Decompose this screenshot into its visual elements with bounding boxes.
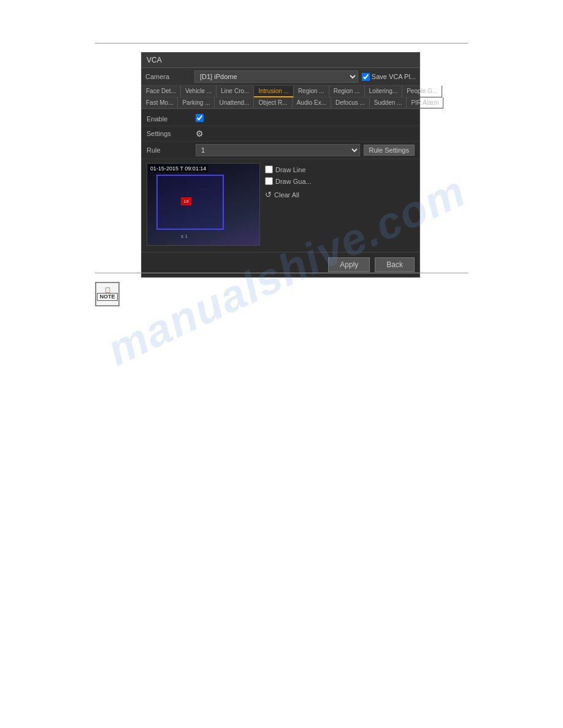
- note-icon-top: 📋: [104, 287, 111, 293]
- camera-row: Camera [D1] iPdome Save VCA Pl...: [142, 68, 419, 86]
- apply-button[interactable]: Apply: [328, 257, 370, 272]
- draw-line-checkbox[interactable]: [265, 165, 273, 173]
- video-sublabel: ≤ 1: [181, 233, 188, 239]
- tab-fast-mo[interactable]: Fast Mo...: [142, 97, 178, 108]
- dialog-title: VCA: [147, 56, 162, 64]
- camera-select[interactable]: [D1] iPdome: [194, 70, 358, 83]
- bottom-divider: [95, 273, 468, 273]
- enable-value: [196, 114, 415, 123]
- draw-line-option[interactable]: Draw Line: [265, 165, 312, 173]
- settings-gear-icon[interactable]: ⚙: [196, 129, 204, 138]
- clear-all-label: Clear All: [274, 191, 299, 199]
- save-vca-label[interactable]: Save VCA Pl...: [362, 73, 416, 81]
- tab-sudden[interactable]: Sudden ...: [370, 97, 407, 108]
- video-timestamp: 01-15-2015 T 09:01:14: [148, 165, 208, 172]
- tab-object-r[interactable]: Object R...: [254, 97, 292, 108]
- enable-checkbox[interactable]: [196, 114, 204, 122]
- clear-all-button[interactable]: ↺ Clear All: [265, 189, 312, 200]
- note-icon-label: NOTE: [97, 293, 117, 301]
- tab-unattend[interactable]: Unattend...: [215, 97, 254, 108]
- rule-row: Rule 1 Rule Settings: [142, 142, 419, 159]
- note-area: 📋 NOTE: [95, 282, 120, 306]
- draw-gua-option[interactable]: Draw Gua...: [265, 177, 312, 185]
- tab-defocus[interactable]: Defocus ...: [331, 97, 370, 108]
- tab-vehicle[interactable]: Vehicle ...: [181, 86, 216, 97]
- settings-row: Settings ⚙: [142, 126, 419, 142]
- enable-label: Enable: [147, 115, 196, 123]
- top-divider: [95, 43, 468, 44]
- tab-row-1: Face Det... Vehicle ... Line Cro... Intr…: [142, 86, 419, 97]
- draw-line-label: Draw Line: [275, 166, 306, 173]
- vca-dialog: VCA Camera [D1] iPdome Save VCA Pl... Fa…: [141, 52, 420, 278]
- tab-region-2[interactable]: Region ...: [329, 86, 365, 97]
- tab-people-g[interactable]: People G...: [402, 86, 442, 97]
- tab-line-cro[interactable]: Line Cro...: [216, 86, 254, 97]
- dialog-title-bar: VCA: [142, 53, 419, 68]
- settings-value: ⚙: [196, 129, 415, 138]
- settings-area: Enable Settings ⚙ Rule 1 Rule Settings: [142, 109, 419, 252]
- tab-pir-alarm[interactable]: PIR Alarm: [407, 97, 443, 108]
- video-area: 1# ≤ 1 01-15-2015 T 09:01:14 Draw Line: [142, 159, 419, 249]
- tab-audio-ex[interactable]: Audio Ex...: [293, 97, 331, 108]
- refresh-icon: ↺: [265, 190, 272, 199]
- tab-rows: Face Det... Vehicle ... Line Cro... Intr…: [142, 86, 419, 109]
- note-icon: 📋 NOTE: [95, 282, 120, 306]
- tab-region-1[interactable]: Region ...: [294, 86, 329, 97]
- draw-gua-label: Draw Gua...: [275, 178, 312, 185]
- draw-options: Draw Line Draw Gua... ↺ Clear All: [265, 163, 312, 246]
- tab-face-det[interactable]: Face Det...: [142, 86, 181, 97]
- camera-label: Camera: [145, 73, 194, 80]
- draw-gua-checkbox[interactable]: [265, 177, 273, 185]
- video-preview: 1# ≤ 1 01-15-2015 T 09:01:14: [147, 163, 260, 246]
- back-button[interactable]: Back: [375, 257, 415, 272]
- settings-label: Settings: [147, 130, 196, 137]
- save-vca-checkbox[interactable]: [362, 73, 370, 81]
- tab-loitering[interactable]: Loitering...: [365, 86, 403, 97]
- tab-parking[interactable]: Parking ...: [178, 97, 215, 108]
- rule-label: Rule: [147, 146, 196, 154]
- tab-row-2: Fast Mo... Parking ... Unattend... Objec…: [142, 97, 419, 108]
- video-background: 1# ≤ 1: [147, 164, 259, 245]
- rule-select[interactable]: 1: [196, 144, 360, 156]
- tab-intrusion[interactable]: Intrusion ...: [254, 86, 293, 97]
- page-container: VCA Camera [D1] iPdome Save VCA Pl... Fa…: [0, 0, 563, 728]
- enable-row: Enable: [142, 112, 419, 126]
- video-marker: 1#: [181, 197, 191, 205]
- rule-settings-button[interactable]: Rule Settings: [364, 145, 415, 156]
